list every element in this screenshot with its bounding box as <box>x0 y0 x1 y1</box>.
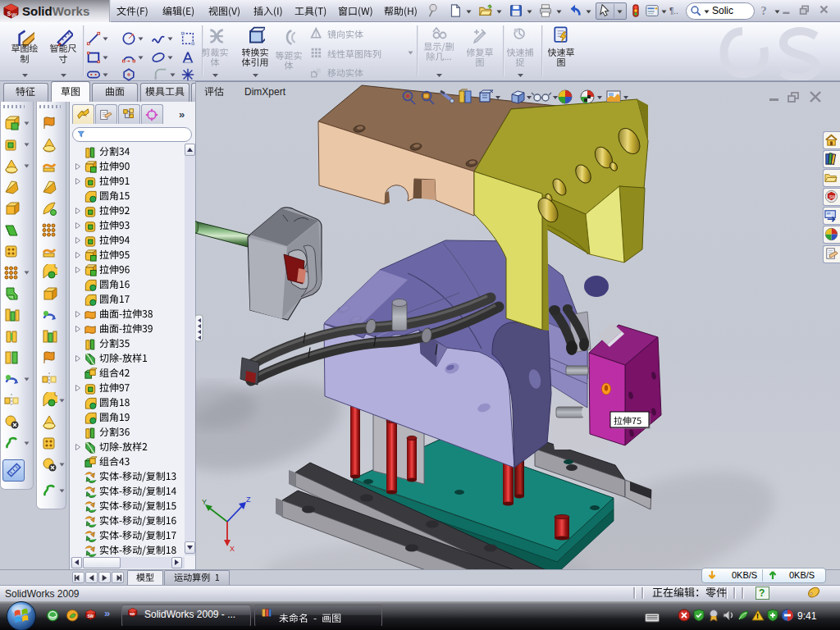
svg-text:DimXpert: DimXpert <box>244 86 286 98</box>
